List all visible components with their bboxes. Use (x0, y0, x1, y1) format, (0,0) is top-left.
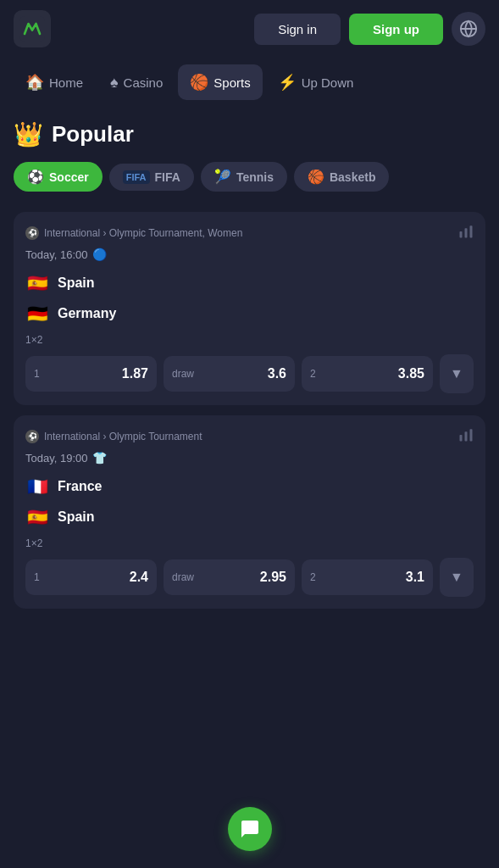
matches-container: ⚽ International › Olympic Tournament, Wo… (0, 205, 499, 615)
sidebar-item-home[interactable]: 🏠 Home (14, 64, 95, 100)
match-league-1: ⚽ International › Olympic Tournament, Wo… (25, 226, 242, 240)
odds-value-2-draw: 2.95 (260, 570, 286, 585)
team-name-1-home: Spain (58, 275, 95, 291)
league-name-2: International › Olympic Tournament (44, 431, 202, 442)
tab-basketball[interactable]: 🏀 Basketb (294, 162, 389, 192)
odds-btn-1-away[interactable]: 2 3.85 (302, 356, 433, 392)
odds-label-2-away: 2 (310, 571, 316, 583)
crown-icon: 👑 (14, 120, 43, 148)
flag-germany-1: 🇩🇪 (25, 302, 49, 326)
flag-france-2: 🇫🇷 (25, 475, 49, 498)
svg-rect-7 (470, 429, 473, 441)
match-time-1: Today, 16:00 🔵 (25, 248, 474, 261)
tab-soccer[interactable]: ⚽ Soccer (14, 162, 103, 192)
odds-value-2-away: 3.1 (406, 570, 424, 585)
flag-spain-2: 🇪🇸 (25, 505, 49, 529)
header-buttons: Sign in Sign up (254, 12, 485, 46)
odds-label-1-draw: draw (172, 368, 194, 380)
basketball-tab-label: Basketb (330, 170, 375, 184)
team-row-2-away: 🇪🇸 Spain (25, 505, 474, 529)
sports-icon: 🏀 (190, 73, 208, 92)
odds-label-1-home: 1 (34, 368, 40, 380)
odds-row-2: 1 2.4 draw 2.95 2 3.1 ▼ (25, 558, 474, 597)
match-header-2: ⚽ International › Olympic Tournament (25, 427, 474, 446)
nav-updown-label: Up Down (302, 75, 354, 90)
home-icon: 🏠 (25, 73, 44, 92)
soccer-tab-label: Soccer (49, 170, 89, 184)
tab-fifa[interactable]: FIFA FIFA (109, 164, 194, 191)
svg-rect-4 (470, 225, 473, 237)
updown-icon: ⚡ (278, 73, 297, 92)
odds-label-2-draw: draw (172, 571, 194, 583)
team-name-1-away: Germany (58, 306, 116, 321)
globe-button[interactable] (452, 12, 485, 46)
match-card-2: ⚽ International › Olympic Tournament Tod… (14, 415, 485, 609)
nav-sports-label: Sports (213, 75, 250, 90)
match-header-1: ⚽ International › Olympic Tournament, Wo… (25, 224, 474, 242)
chat-fab-button[interactable] (228, 807, 272, 851)
expand-button-2[interactable]: ▼ (440, 558, 474, 597)
team-row-1-away: 🇩🇪 Germany (25, 302, 474, 326)
logo (14, 10, 51, 47)
svg-rect-6 (465, 431, 468, 441)
bet-type-2: 1×2 (25, 537, 474, 549)
odds-btn-2-away[interactable]: 2 3.1 (302, 559, 433, 595)
sidebar-item-sports[interactable]: 🏀 Sports (178, 64, 262, 100)
tennis-tab-icon: 🎾 (214, 169, 231, 185)
svg-rect-3 (465, 228, 468, 237)
nav-casino-label: Casino (124, 75, 164, 90)
odds-btn-2-draw[interactable]: draw 2.95 (164, 559, 295, 595)
odds-label-2-home: 1 (34, 571, 40, 583)
team-name-2-away: Spain (58, 509, 95, 525)
match-league-2: ⚽ International › Olympic Tournament (25, 430, 202, 443)
stats-icon-2[interactable] (458, 427, 474, 446)
team-row-1-home: 🇪🇸 Spain (25, 271, 474, 295)
nav-bar: 🏠 Home ♠️ Casino 🏀 Sports ⚡ Up Down (0, 58, 499, 107)
fifa-tab-label: FIFA (155, 170, 180, 184)
team-name-2-home: France (58, 479, 102, 494)
league-icon-2: ⚽ (25, 430, 39, 443)
expand-button-1[interactable]: ▼ (440, 354, 474, 393)
bet-type-1: 1×2 (25, 334, 474, 346)
tab-tennis[interactable]: 🎾 Tennis (201, 162, 287, 192)
league-name-1: International › Olympic Tournament, Wome… (44, 227, 242, 239)
odds-value-1-away: 3.85 (398, 366, 424, 381)
match-time-2: Today, 19:00 👕 (25, 451, 474, 465)
odds-btn-1-draw[interactable]: draw 3.6 (164, 356, 295, 392)
header: Sign in Sign up (0, 0, 499, 58)
svg-rect-5 (460, 435, 463, 442)
stats-icon-1[interactable] (458, 224, 474, 242)
odds-btn-1-home[interactable]: 1 1.87 (25, 356, 157, 392)
fifa-tab-icon: FIFA (123, 170, 150, 184)
sidebar-item-casino[interactable]: ♠️ Casino (98, 65, 175, 100)
odds-value-1-home: 1.87 (122, 366, 148, 381)
team-row-2-home: 🇫🇷 France (25, 475, 474, 498)
soccer-tab-icon: ⚽ (27, 169, 44, 185)
signup-button[interactable]: Sign up (349, 14, 443, 45)
popular-section: 👑 Popular ⚽ Soccer FIFA FIFA 🎾 Tennis 🏀 … (0, 107, 499, 205)
signin-button[interactable]: Sign in (254, 14, 341, 45)
time-text-1: Today, 16:00 (25, 248, 87, 261)
odds-value-1-draw: 3.6 (268, 366, 286, 381)
popular-label: Popular (52, 121, 134, 147)
odds-btn-2-home[interactable]: 1 2.4 (25, 559, 157, 595)
popular-title: 👑 Popular (14, 120, 485, 148)
tennis-tab-label: Tennis (236, 170, 274, 184)
basketball-tab-icon: 🏀 (308, 169, 324, 185)
nav-home-label: Home (49, 75, 83, 90)
shirt-icon-1: 🔵 (92, 248, 107, 261)
sport-tabs: ⚽ Soccer FIFA FIFA 🎾 Tennis 🏀 Basketb (14, 162, 485, 198)
svg-rect-2 (460, 231, 463, 238)
league-icon-1: ⚽ (25, 226, 39, 240)
odds-label-1-away: 2 (310, 368, 316, 380)
time-text-2: Today, 19:00 (25, 452, 87, 465)
flag-spain-1: 🇪🇸 (25, 271, 49, 295)
sidebar-item-updown[interactable]: ⚡ Up Down (266, 64, 366, 100)
shirt-icon-2: 👕 (92, 451, 107, 465)
match-card-1: ⚽ International › Olympic Tournament, Wo… (14, 212, 485, 405)
odds-value-2-home: 2.4 (130, 570, 148, 585)
odds-row-1: 1 1.87 draw 3.6 2 3.85 ▼ (25, 354, 474, 393)
casino-icon: ♠️ (110, 74, 119, 92)
